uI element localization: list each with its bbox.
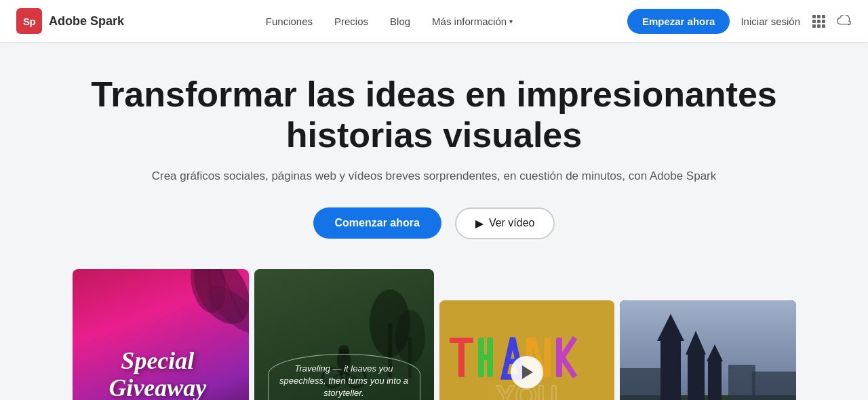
svg-rect-18	[458, 343, 465, 377]
logo-icon: Sp	[16, 8, 42, 34]
gallery-card-4[interactable]: Life is a journey in Bohemia 2018/2/29～3…	[620, 300, 796, 400]
navbar: Sp Adobe Spark Funciones Precios Blog Má…	[0, 0, 868, 42]
svg-rect-39	[708, 361, 722, 400]
svg-rect-42	[728, 365, 755, 400]
svg-rect-35	[660, 341, 681, 400]
gallery-card-1[interactable]: SpecialGiveaway FOLLOW BACK FOR A CHANCE…	[73, 269, 249, 400]
svg-rect-27	[556, 338, 562, 377]
nav-blog[interactable]: Blog	[390, 16, 410, 27]
svg-rect-21	[487, 338, 493, 377]
card2-content: Traveling — it leaves you speechless, th…	[268, 354, 420, 400]
hero-section: Transformar las ideas en impresionantes …	[0, 42, 868, 400]
logo-link[interactable]: Sp Adobe Spark	[16, 8, 124, 34]
video-button[interactable]: ▶ Ver vídeo	[455, 207, 555, 239]
svg-rect-43	[752, 372, 796, 400]
svg-rect-41	[620, 368, 660, 400]
gallery: SpecialGiveaway FOLLOW BACK FOR A CHANCE…	[41, 269, 827, 400]
cloud-icon[interactable]	[837, 14, 852, 28]
gallery-card-2[interactable]: Traveling — it leaves you speechless, th…	[254, 269, 434, 400]
play-icon: ▶	[475, 217, 484, 230]
card1-content: SpecialGiveaway FOLLOW BACK FOR A CHANCE…	[86, 348, 230, 400]
nav-funciones[interactable]: Funciones	[266, 16, 313, 27]
card4-background	[620, 300, 796, 400]
nav-links: Funciones Precios Blog Más información ▾	[151, 16, 627, 27]
svg-rect-17	[450, 338, 473, 343]
card2-wreath: Traveling — it leaves you speechless, th…	[268, 354, 420, 400]
hero-title: Transformar las ideas en impresionantes …	[41, 75, 827, 156]
nav-mas-info[interactable]: Más información ▾	[432, 16, 513, 27]
play-triangle-icon	[522, 365, 533, 379]
card1-title: SpecialGiveaway	[86, 348, 230, 400]
chevron-down-icon: ▾	[509, 18, 513, 25]
nav-precios[interactable]: Precios	[334, 16, 368, 27]
logo-text: Adobe Spark	[49, 14, 124, 28]
hero-subtitle: Crea gráficos sociales, páginas web y ví…	[41, 169, 827, 183]
comenzar-button[interactable]: Comenzar ahora	[313, 207, 441, 239]
play-button[interactable]	[511, 356, 543, 388]
svg-rect-37	[688, 355, 705, 400]
card2-quote: Traveling — it leaves you speechless, th…	[279, 363, 409, 400]
start-button[interactable]: Empezar ahora	[627, 9, 730, 34]
video-label: Ver vídeo	[489, 217, 535, 229]
signin-link[interactable]: Iniciar sesión	[741, 16, 800, 27]
hero-buttons: Comenzar ahora ▶ Ver vídeo	[41, 207, 827, 239]
svg-rect-26	[545, 338, 551, 377]
gallery-card-3[interactable]: YOU	[439, 300, 614, 400]
grid-icon[interactable]	[811, 14, 826, 28]
nav-right: Empezar ahora Iniciar sesión	[627, 9, 852, 34]
